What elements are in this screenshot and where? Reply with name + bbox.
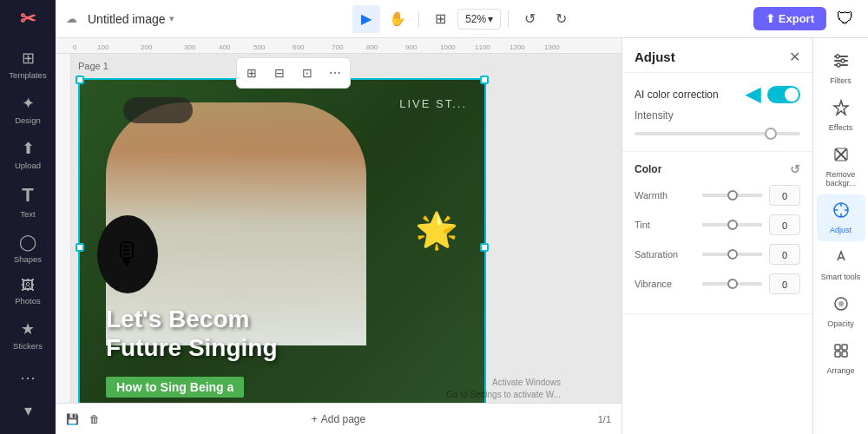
canvas-tool-copy[interactable]: ⊡ bbox=[295, 61, 319, 85]
ai-toggle[interactable] bbox=[767, 86, 800, 103]
saturation-label: Saturation bbox=[635, 249, 695, 260]
sidebar-expand-btn[interactable]: ▾ bbox=[0, 394, 56, 427]
adjust-label: Adjust bbox=[830, 226, 852, 234]
sidebar-item-design[interactable]: ✦ Design bbox=[0, 87, 56, 132]
filters-btn[interactable]: Filters bbox=[817, 45, 865, 92]
page-label: Page 1 bbox=[78, 61, 108, 71]
sidebar-item-shapes[interactable]: ◯ Shapes bbox=[0, 226, 56, 271]
vibrance-value[interactable]: 0 bbox=[769, 273, 800, 294]
export-button[interactable]: ⬆ Export bbox=[753, 7, 826, 30]
warmth-slider[interactable] bbox=[702, 194, 762, 197]
saturation-value[interactable]: 0 bbox=[769, 244, 800, 265]
vibrance-slider[interactable] bbox=[702, 282, 762, 286]
smart-tools-label: Smart tools bbox=[821, 273, 861, 281]
effects-btn[interactable]: Effects bbox=[817, 92, 865, 139]
warmth-value[interactable]: 0 bbox=[769, 185, 800, 206]
color-reset-btn[interactable]: ↺ bbox=[790, 162, 800, 176]
upload-label: Upload bbox=[15, 161, 41, 170]
adjust-panel: Adjust ✕ AI color correction ◀ Intensity bbox=[621, 38, 812, 434]
arrange-btn[interactable]: Arrange bbox=[817, 335, 865, 382]
tint-slider[interactable] bbox=[702, 223, 762, 227]
redo-btn[interactable]: ↻ bbox=[547, 5, 575, 33]
opacity-btn[interactable]: Opacity bbox=[817, 288, 865, 335]
svg-point-4 bbox=[841, 59, 845, 62]
canvas-subtitle: How to Sing Being a bbox=[106, 377, 244, 398]
intensity-thumb bbox=[765, 128, 777, 140]
document-title[interactable]: Untitled image ▾ bbox=[88, 12, 174, 26]
ai-label: AI color correction bbox=[635, 89, 719, 101]
page-indicator: 1/1 bbox=[598, 414, 611, 424]
canvas-tool-crop[interactable]: ⊞ bbox=[240, 61, 264, 85]
adjust-icon bbox=[832, 201, 850, 223]
app-logo[interactable]: ✂ bbox=[12, 3, 43, 35]
sidebar-bottom: ⋯ ▾ bbox=[0, 361, 56, 434]
effects-label: Effects bbox=[829, 123, 852, 132]
cloud-icon: ☁ bbox=[66, 12, 77, 25]
warmth-row: Warmth 0 bbox=[635, 185, 800, 206]
canvas-image[interactable]: 🎙 LIVE ST... 🌟 Let's Becom Future Singin… bbox=[78, 78, 486, 403]
sidebar-item-templates[interactable]: ⊞ Templates bbox=[0, 42, 56, 87]
saturation-slider[interactable] bbox=[702, 253, 762, 256]
intensity-track bbox=[635, 132, 800, 135]
canvas-work-area[interactable]: ⊞ ⊟ ⊡ ⋯ Page 1 🎙 bbox=[71, 54, 621, 403]
svg-point-5 bbox=[837, 63, 840, 67]
panel-close-btn[interactable]: ✕ bbox=[789, 49, 800, 65]
topbar: ☁ Untitled image ▾ ▶ ✋ ⊞ 52% ▾ ↺ ↻ ⬆ Exp… bbox=[56, 0, 868, 38]
save-btn[interactable]: 💾 bbox=[66, 413, 79, 425]
stickers-label: Stickers bbox=[13, 341, 43, 351]
tint-label: Tint bbox=[635, 220, 695, 230]
zoom-control[interactable]: 52% ▾ bbox=[457, 9, 501, 30]
svg-point-15 bbox=[838, 301, 844, 306]
arrange-icon bbox=[832, 342, 850, 364]
filters-icon bbox=[832, 52, 850, 74]
arrange-label: Arrange bbox=[826, 366, 854, 375]
remove-bg-label: Remove backgr... bbox=[820, 170, 862, 187]
sidebar-item-photos[interactable]: 🖼 Photos bbox=[0, 271, 56, 312]
right-icon-bar: Filters Effects Remove backgr... bbox=[812, 38, 868, 434]
svg-rect-19 bbox=[842, 352, 847, 357]
add-page-icon: + bbox=[312, 413, 318, 425]
svg-point-3 bbox=[836, 55, 839, 58]
color-section-title: Color ↺ bbox=[635, 162, 800, 176]
sidebar-item-stickers[interactable]: ★ Stickers bbox=[0, 312, 56, 358]
vibrance-label: Vibrance bbox=[635, 279, 695, 289]
intensity-slider[interactable] bbox=[635, 127, 800, 141]
text-icon: T bbox=[22, 184, 33, 207]
filters-label: Filters bbox=[830, 76, 852, 85]
frame-tool-btn[interactable]: ⊞ bbox=[426, 5, 454, 33]
remove-bg-btn[interactable]: Remove backgr... bbox=[817, 139, 865, 194]
ai-arrow: ◀ bbox=[746, 83, 760, 106]
export-label: Export bbox=[779, 12, 814, 25]
vibrance-thumb bbox=[727, 279, 738, 289]
templates-label: Templates bbox=[9, 70, 46, 80]
photos-label: Photos bbox=[15, 296, 41, 306]
text-label: Text bbox=[20, 209, 35, 219]
smart-tools-btn[interactable]: Smart tools bbox=[817, 241, 865, 288]
design-label: Design bbox=[15, 115, 41, 125]
select-tool-btn[interactable]: ▶ bbox=[352, 5, 380, 33]
opacity-icon bbox=[832, 295, 850, 317]
export-icon: ⬆ bbox=[766, 12, 775, 25]
delete-btn[interactable]: 🗑 bbox=[89, 413, 100, 425]
design-icon: ✦ bbox=[22, 94, 35, 113]
shapes-label: Shapes bbox=[14, 254, 42, 264]
effects-icon bbox=[832, 99, 850, 121]
sidebar-item-upload[interactable]: ⬆ Upload bbox=[0, 132, 56, 177]
add-page-button[interactable]: + Add page bbox=[312, 413, 365, 425]
zoom-dropdown-icon: ▾ bbox=[488, 13, 493, 25]
canvas-tool-more[interactable]: ⋯ bbox=[323, 61, 347, 85]
canvas-object-toolbar: ⊞ ⊟ ⊡ ⋯ bbox=[236, 57, 351, 89]
upload-icon: ⬆ bbox=[22, 139, 35, 158]
color-section: Color ↺ Warmth 0 Tint bbox=[622, 152, 812, 314]
canvas-tool-grid[interactable]: ⊟ bbox=[267, 61, 292, 85]
main-area: ☁ Untitled image ▾ ▶ ✋ ⊞ 52% ▾ ↺ ↻ ⬆ Exp… bbox=[56, 0, 868, 434]
sidebar-item-text[interactable]: T Text bbox=[0, 177, 56, 226]
tint-value[interactable]: 0 bbox=[769, 214, 800, 235]
adjust-btn[interactable]: Adjust bbox=[817, 194, 865, 241]
tint-row: Tint 0 bbox=[635, 214, 800, 235]
undo-btn[interactable]: ↺ bbox=[516, 5, 543, 33]
templates-icon: ⊞ bbox=[22, 49, 35, 68]
zoom-level: 52% bbox=[465, 13, 486, 25]
hand-tool-btn[interactable]: ✋ bbox=[384, 5, 411, 33]
sidebar-more-btn[interactable]: ⋯ bbox=[0, 361, 56, 394]
